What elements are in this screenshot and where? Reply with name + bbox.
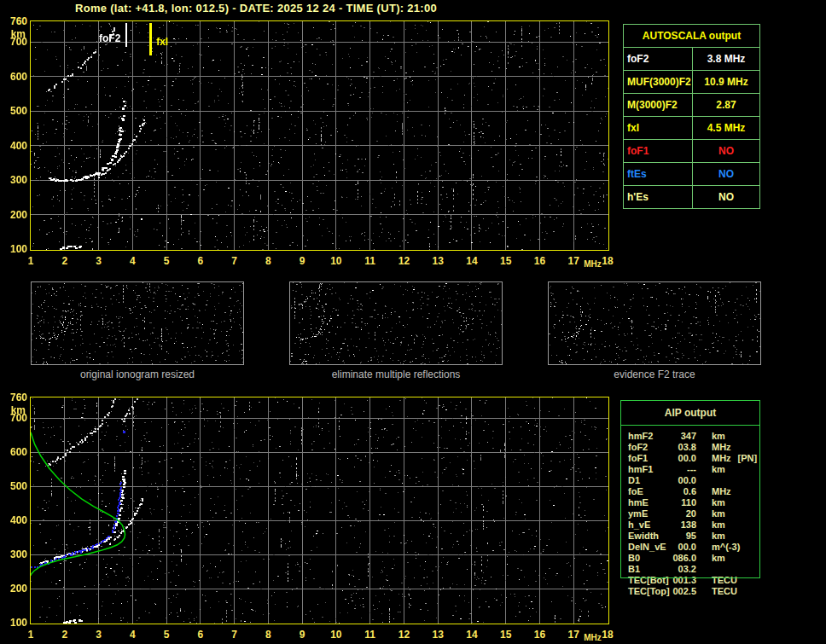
- x-tick-label: 15: [497, 255, 515, 267]
- aip-value: 00.0: [671, 475, 696, 485]
- autoscala-row-M(3000)F2: M(3000)F22.87: [624, 94, 759, 117]
- aip-label: TEC[Top]: [628, 586, 671, 596]
- aip-unit: km: [712, 553, 725, 563]
- aip-unit: km: [712, 497, 725, 508]
- parameter-value: 3.8 MHz: [693, 48, 759, 70]
- ionogram-canvas-aip: [31, 397, 608, 624]
- parameter-label: foF1: [624, 140, 693, 162]
- aip-unit: m^(-3): [712, 542, 740, 552]
- aip-row-B0: B0086.0km: [628, 552, 759, 563]
- x-tick-label: 2: [56, 629, 73, 641]
- aip-unit: km: [712, 531, 725, 541]
- aip-unit: MHz: [712, 442, 731, 452]
- autoscala-row-foF2: foF23.8 MHz: [624, 48, 759, 71]
- aip-label: foF1: [628, 453, 671, 463]
- y-tick-label: 300: [1, 174, 27, 186]
- aip-row-hmE: hmE110km: [628, 496, 759, 508]
- y-axis-unit-label: km: [1, 28, 26, 40]
- x-tick-label: 13: [429, 629, 446, 641]
- aip-row-TEC[Top]: TEC[Top]002.5TECU: [628, 585, 759, 596]
- x-tick-label: 10: [328, 255, 345, 267]
- thumbnail-caption: original ionogram resized: [31, 368, 244, 380]
- aip-value: 95: [671, 531, 696, 541]
- thumbnail-original-ionogram: [31, 281, 244, 365]
- x-tick-label: 11: [362, 255, 379, 267]
- y-tick-label: 100: [1, 617, 27, 629]
- y-tick-label: 400: [1, 140, 27, 152]
- parameter-value: 10.9 MHz: [693, 71, 759, 93]
- parameter-value: 4.5 MHz: [693, 117, 759, 139]
- aip-row-hmF1: hmF1---km: [628, 463, 759, 474]
- x-tick-label: 16: [531, 629, 548, 641]
- aip-row-hmF2: hmF2347km: [628, 430, 759, 441]
- y-tick-label: 760: [1, 15, 27, 27]
- x-tick-label: 14: [463, 255, 480, 267]
- x-tick-label: 2: [56, 255, 73, 267]
- x-tick-label: 15: [497, 629, 515, 641]
- aip-label: ymE: [628, 508, 671, 519]
- x-tick-label: 9: [294, 629, 311, 641]
- aip-label: DelN_vE: [628, 542, 671, 552]
- x-tick-label: 10: [328, 629, 345, 641]
- x-tick-label: 1: [22, 255, 39, 267]
- aip-label: hmE: [628, 497, 671, 508]
- x-tick-label: 12: [395, 255, 412, 267]
- aip-row-TEC[Bot]: TEC[Bot]001.3TECU: [628, 574, 759, 585]
- x-tick-label: 3: [90, 629, 108, 641]
- parameter-value: 2.87: [693, 94, 759, 116]
- parameter-label: fxI: [624, 117, 693, 139]
- aip-label: foE: [628, 486, 671, 496]
- aip-table-header: AIP output: [621, 401, 759, 426]
- parameter-label: foF2: [624, 48, 693, 70]
- aip-label: B1: [628, 564, 671, 574]
- autoscala-row-foF1: foF1NO: [624, 140, 759, 163]
- y-tick-label: 760: [1, 392, 27, 403]
- x-tick-label: 7: [226, 255, 243, 267]
- parameter-label: M(3000)F2: [624, 94, 693, 116]
- aip-row-Ewidth: Ewidth95km: [628, 530, 759, 541]
- aip-unit: km: [712, 431, 725, 441]
- x-tick-label: 6: [192, 255, 209, 267]
- x-tick-label: 17: [565, 629, 582, 641]
- aip-unit: TECU: [712, 586, 737, 596]
- aip-row-foF2: foF203.8MHz: [628, 441, 759, 452]
- aip-value: 110: [671, 497, 696, 508]
- aip-value: ---: [671, 464, 696, 474]
- x-tick-label: 3: [90, 255, 108, 267]
- aip-value: 00.0: [671, 542, 696, 552]
- ionogram-plot-recorded: [30, 20, 609, 251]
- aip-label: h_vE: [628, 519, 671, 530]
- y-tick-label: 500: [1, 105, 27, 117]
- y-axis-unit-label: km: [1, 404, 26, 416]
- y-tick-label: 200: [1, 209, 27, 221]
- aip-row-h_vE: h_vE138km: [628, 519, 759, 530]
- x-tick-label: 11: [362, 629, 379, 641]
- y-tick-label: 300: [1, 548, 27, 560]
- x-tick-label: 4: [124, 255, 141, 267]
- x-tick-label: 1: [22, 629, 39, 641]
- aip-extra: [PN]: [738, 453, 758, 463]
- parameter-value: NO: [693, 163, 759, 185]
- x-tick-label: 18: [599, 255, 616, 267]
- aip-row-B1: B103.2: [628, 563, 759, 574]
- aip-row-D1: D100.0: [628, 474, 759, 485]
- x-tick-label: 7: [226, 629, 243, 641]
- thumbnail-canvas: [549, 282, 760, 364]
- y-tick-label: 200: [1, 583, 27, 595]
- aip-label: TEC[Bot]: [628, 575, 671, 585]
- aip-value: 03.8: [671, 442, 696, 452]
- autoscala-output-table: AUTOSCALA output foF23.8 MHzMUF(3000)F21…: [623, 24, 760, 209]
- x-tick-label: 9: [294, 255, 311, 267]
- aip-value: 347: [671, 431, 696, 441]
- thumbnail-evidence-f2-trace: [548, 281, 761, 365]
- fxI-marker-label: fxI: [156, 36, 168, 48]
- page-title: Rome (lat: +41.8, lon: 012.5) - DATE: 20…: [75, 2, 437, 15]
- thumbnail-caption: eliminate multiple reflections: [289, 368, 503, 380]
- aip-row-foE: foE0.6MHz: [628, 485, 759, 496]
- aip-label: B0: [628, 553, 671, 563]
- x-tick-label: 5: [158, 255, 175, 267]
- aip-value: 086.0: [671, 553, 696, 563]
- aip-unit: TECU: [712, 575, 737, 585]
- x-tick-label: 6: [192, 629, 209, 641]
- x-tick-label: 13: [429, 255, 446, 267]
